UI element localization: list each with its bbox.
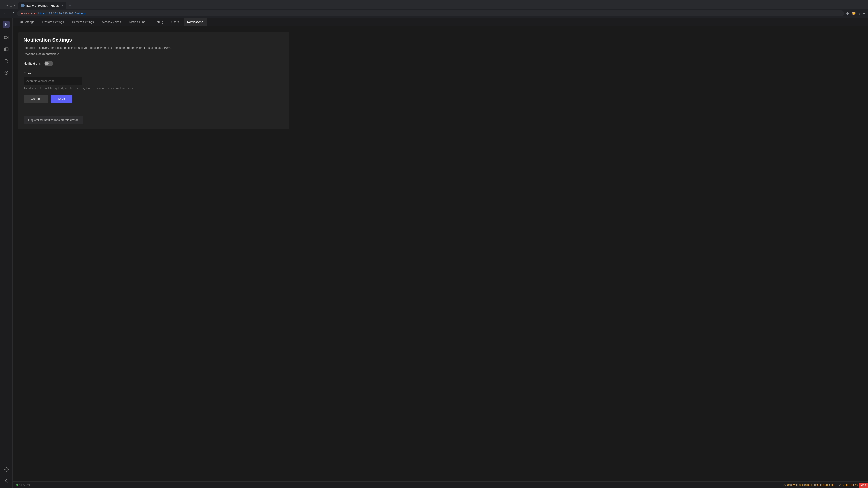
email-form-group: Email (24, 71, 284, 85)
tab-users[interactable]: Users (168, 18, 183, 26)
tab-bar: ⌄ − □ × Explore Settings - Frigate × + (0, 0, 868, 9)
warning-icon-2: ⚠ (839, 483, 842, 487)
page-description: Frigate can natively send push notificat… (24, 46, 284, 50)
browser-actions: ⊘ 🦁 ♪ ≡ (846, 11, 865, 15)
forward-button[interactable]: › (7, 11, 10, 17)
window-close[interactable]: × (14, 4, 16, 7)
tab-debug[interactable]: Debug (151, 18, 167, 26)
page-title: Notification Settings (24, 37, 284, 43)
doc-link[interactable]: Read the Documentation ↗ (24, 52, 59, 56)
media-icon[interactable]: ♪ (859, 11, 861, 15)
security-dot (21, 13, 23, 14)
tab-favicon (21, 4, 25, 7)
xda-logo: XDA (859, 483, 868, 488)
save-button[interactable]: Save (51, 95, 72, 103)
address-bar: ‹ › ↻ Not secure https://192.168.29.129:… (0, 9, 868, 18)
status-warnings: ⚠ Unsaved motion tuner changes (obsbot) … (783, 483, 865, 487)
warning-icon-1: ⚠ (783, 483, 786, 487)
notifications-label: Notifications (24, 62, 41, 65)
warning-text-1: Unsaved motion tuner changes (obsbot) (787, 483, 835, 486)
settings-card: Notification Settings Frigate can native… (18, 32, 289, 129)
svg-line-6 (7, 62, 8, 63)
security-label: Not secure (24, 12, 37, 15)
svg-point-9 (6, 469, 7, 470)
tab-explore-settings[interactable]: Explore Settings (39, 18, 68, 26)
tab-motion-tuner[interactable]: Motion Tuner (126, 18, 150, 26)
new-tab-button[interactable]: + (67, 2, 73, 9)
window-chevron[interactable]: ⌄ (2, 4, 4, 7)
security-indicator: Not secure (21, 12, 37, 15)
email-label: Email (24, 71, 284, 75)
email-hint: Entering a valid email is required, as t… (24, 87, 284, 90)
cpu-indicator: CPU 3% (16, 483, 30, 486)
sidebar-item-cameras[interactable] (2, 33, 10, 41)
app-logo: F (3, 21, 10, 28)
address-input[interactable]: Not secure https://192.168.29.129:8971/s… (17, 10, 844, 17)
bookmark-icon[interactable]: ⊘ (846, 11, 849, 15)
tab-title: Explore Settings - Frigate (26, 4, 60, 7)
back-button[interactable]: ‹ (3, 11, 6, 17)
tab-notifications[interactable]: Notifications (184, 18, 207, 26)
tab-masks-zones[interactable]: Masks / Zones (98, 18, 125, 26)
refresh-button[interactable]: ↻ (12, 11, 16, 15)
register-device-button[interactable]: Register for notifications on this devic… (24, 116, 84, 124)
sidebar-item-history[interactable] (2, 69, 10, 77)
tab-camera-settings[interactable]: Camera Settings (68, 18, 97, 26)
svg-point-5 (5, 59, 7, 62)
tab-ui-settings[interactable]: UI Settings (16, 18, 38, 26)
window-maximize[interactable]: □ (10, 4, 12, 7)
active-tab[interactable]: Explore Settings - Frigate × (18, 2, 66, 9)
svg-rect-0 (4, 36, 7, 39)
toggle-thumb (45, 62, 49, 65)
notifications-toggle[interactable] (44, 61, 53, 66)
action-buttons: Cancel Save (24, 95, 284, 103)
browser-chrome: ⌄ − □ × Explore Settings - Frigate × + ‹… (0, 0, 868, 18)
svg-point-8 (6, 72, 7, 73)
cpu-label: CPU 3% (20, 483, 30, 486)
menu-icon[interactable]: ≡ (863, 11, 865, 15)
notifications-toggle-row: Notifications (24, 61, 284, 66)
top-nav: UI Settings Explore Settings Camera Sett… (13, 18, 868, 26)
url-text: https://192.168.29.129:8971/settings (38, 12, 86, 15)
warning-motion-tuner: ⚠ Unsaved motion tuner changes (obsbot) (783, 483, 835, 487)
svg-point-10 (5, 480, 7, 481)
app-container: F UI Settings Explore Settings Camera Se… (0, 18, 868, 488)
sidebar-item-user[interactable] (2, 477, 10, 485)
status-bar: CPU 3% ⚠ Unsaved motion tuner changes (o… (13, 482, 868, 488)
sidebar-item-settings[interactable] (2, 465, 10, 474)
sidebar-item-search[interactable] (2, 57, 10, 65)
email-input[interactable] (24, 77, 82, 85)
sidebar-item-recordings[interactable] (2, 45, 10, 53)
page-content: Notification Settings Frigate can native… (13, 26, 868, 482)
external-link-icon: ↗ (57, 52, 59, 55)
svg-rect-2 (4, 48, 8, 51)
brave-shield-icon[interactable]: 🦁 (851, 11, 856, 15)
window-minimize[interactable]: − (6, 4, 8, 7)
tab-close-button[interactable]: × (61, 4, 64, 7)
cpu-dot (16, 484, 18, 486)
main-content: UI Settings Explore Settings Camera Sett… (13, 18, 868, 488)
sidebar: F (0, 18, 13, 488)
cancel-button[interactable]: Cancel (24, 95, 48, 103)
